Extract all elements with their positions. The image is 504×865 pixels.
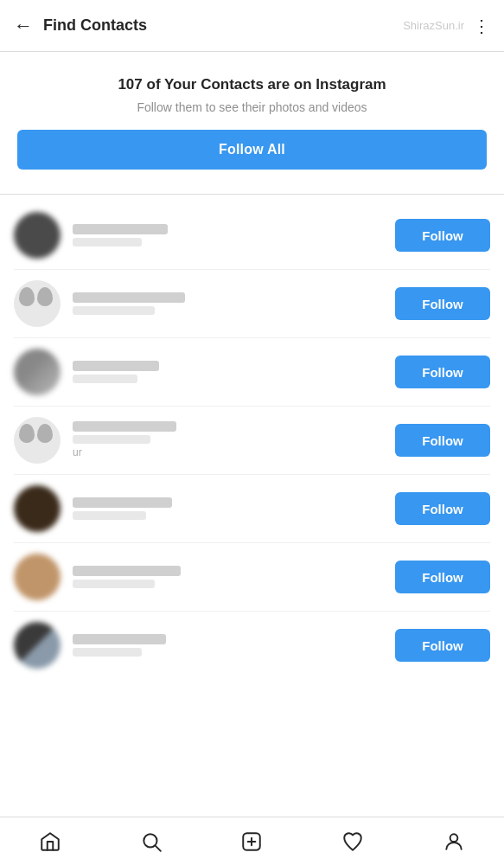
avatar <box>14 417 61 464</box>
contact-item: Follow <box>14 270 490 338</box>
contact-name <box>73 292 185 303</box>
follow-button[interactable]: Follow <box>395 492 490 525</box>
follow-button[interactable]: Follow <box>395 629 490 662</box>
contact-name <box>73 361 159 371</box>
avatar-blob <box>37 287 53 306</box>
avatar <box>14 349 61 395</box>
avatar-blob <box>19 424 35 443</box>
nav-home[interactable] <box>0 817 101 865</box>
contact-name <box>73 224 168 234</box>
follow-button[interactable]: Follow <box>395 356 490 388</box>
main-content: 107 of Your Contacts are on Instagram Fo… <box>0 52 504 817</box>
avatar-blob <box>19 287 35 306</box>
watermark-text: ShirazSun.ir <box>403 19 464 32</box>
avatar <box>14 280 61 327</box>
back-button[interactable]: ← <box>14 15 33 37</box>
profile-icon <box>443 830 465 853</box>
app-header: ← Find Contacts ShirazSun.ir ⋮ <box>0 0 504 52</box>
svg-line-1 <box>156 845 161 850</box>
contact-handle <box>73 648 142 657</box>
contact-item: ur Follow <box>14 407 490 475</box>
avatar <box>14 554 61 600</box>
contact-item: Follow <box>14 475 490 543</box>
more-options-button[interactable]: ⋮ <box>473 17 490 35</box>
contact-item: Follow <box>14 612 490 679</box>
follow-button[interactable]: Follow <box>395 219 490 252</box>
contacts-sub-text: Follow them to see their photos and vide… <box>17 100 487 114</box>
contact-handle <box>73 238 142 247</box>
add-icon <box>240 830 263 853</box>
avatar <box>14 485 61 532</box>
contact-handle <box>73 511 146 520</box>
nav-add[interactable] <box>201 817 303 865</box>
nav-heart[interactable] <box>303 817 404 865</box>
nav-profile[interactable] <box>403 817 504 865</box>
contact-handle <box>73 306 155 315</box>
contact-handle <box>73 375 137 383</box>
nav-search[interactable] <box>101 817 202 865</box>
contact-handle <box>73 580 155 588</box>
search-icon <box>140 830 163 853</box>
contact-name <box>73 497 172 508</box>
follow-button[interactable]: Follow <box>395 287 490 320</box>
contact-list: Follow Follow Follow <box>0 202 504 817</box>
contact-info <box>73 361 395 383</box>
contact-name <box>73 566 181 576</box>
avatar <box>14 622 61 669</box>
contact-info <box>73 634 395 657</box>
contacts-count-text: 107 of Your Contacts are on Instagram <box>17 76 487 93</box>
section-divider <box>0 194 504 195</box>
page-title: Find Contacts <box>43 16 403 35</box>
contact-name <box>73 421 176 432</box>
contact-extra: ur <box>73 446 82 458</box>
avatar-blob <box>37 424 53 443</box>
home-icon <box>39 830 61 853</box>
contact-info <box>73 292 395 315</box>
contact-info <box>73 497 395 520</box>
contact-item: Follow <box>14 543 490 612</box>
follow-all-button[interactable]: Follow All <box>17 130 487 170</box>
heart-icon <box>341 830 364 853</box>
follow-button[interactable]: Follow <box>395 561 490 593</box>
bottom-nav <box>0 817 504 865</box>
contact-name <box>73 634 166 644</box>
contact-info: ur <box>73 421 395 459</box>
contact-item: Follow <box>14 338 490 407</box>
header-right: ShirazSun.ir ⋮ <box>403 17 490 35</box>
contact-item: Follow <box>14 202 490 270</box>
svg-point-5 <box>450 834 457 842</box>
contact-info <box>73 224 395 247</box>
top-section: 107 of Your Contacts are on Instagram Fo… <box>0 52 504 187</box>
contact-info <box>73 566 395 588</box>
follow-button[interactable]: Follow <box>395 424 490 457</box>
contact-handle <box>73 435 150 444</box>
avatar <box>14 212 61 259</box>
